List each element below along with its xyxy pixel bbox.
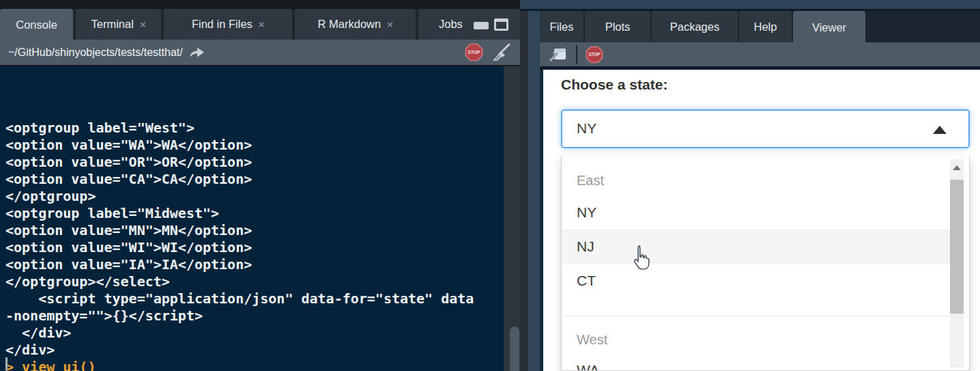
tab-label: Packages: [670, 20, 719, 33]
viewer-pane-tabbar: Files Plots Packages Help Viewer: [540, 11, 980, 42]
console-line: <optgroup label="Midwest">: [5, 205, 504, 222]
right-pane-tab[interactable]: Viewer: [793, 11, 865, 44]
close-icon[interactable]: ×: [387, 18, 393, 30]
tab-label: Find in Files: [192, 18, 253, 31]
state-dropdown: EastNYNJCTWestWA: [561, 156, 970, 371]
select-label: Choose a state:: [561, 77, 667, 93]
optgroup-divider: [562, 316, 950, 316]
console-line: <script type="application/json" data-for…: [5, 290, 504, 307]
dropdown-scrollbar-thumb[interactable]: [950, 180, 964, 314]
dropdown-option-ny[interactable]: NY: [562, 195, 950, 230]
console-line: <option value="WI">WI</option>: [5, 239, 504, 256]
selected-value: NY: [577, 120, 596, 137]
console-toolbar: ~/GitHub/shinyobjects/tests/testthat/ ST…: [0, 40, 520, 66]
svg-text:STOP: STOP: [468, 50, 480, 55]
dropdown-option-wa[interactable]: WA: [562, 353, 950, 371]
viewer-content: Choose a state: NY EastNYNJCTWestWA: [540, 70, 980, 371]
console-line: <option value="WA">WA</option>: [5, 137, 504, 154]
console-line: <option value="OR">OR</option>: [5, 154, 504, 171]
svg-text:STOP: STOP: [588, 52, 601, 57]
console-scrollbar-thumb[interactable]: [510, 327, 519, 371]
clear-console-broom-icon[interactable]: [490, 42, 512, 64]
viewer-pane: Files Plots Packages Help Viewer: [540, 0, 980, 371]
open-in-new-window-icon[interactable]: [547, 46, 568, 64]
console-line: </div>: [5, 325, 504, 342]
tab-label: Terminal: [91, 18, 134, 31]
tab-label: Viewer: [812, 21, 846, 34]
console-line: <option value="MN">MN</option>: [5, 222, 504, 239]
minimize-pane-icon[interactable]: [474, 22, 489, 29]
console-line: <option value="CA">CA</option>: [5, 171, 504, 188]
console-pane: Console Terminal × Find in Files × R Mar…: [0, 0, 520, 371]
goto-directory-arrow-icon[interactable]: [188, 46, 206, 59]
pane-divider-accent: [528, 0, 540, 371]
toolbar-separator: [576, 45, 577, 64]
right-pane-tab[interactable]: Help: [739, 11, 792, 42]
console-output[interactable]: <optgroup label="West"><option value="WA…: [0, 66, 504, 371]
right-pane-tab[interactable]: Plots: [585, 11, 650, 42]
close-icon[interactable]: ×: [140, 18, 146, 30]
tab-label: Help: [754, 20, 777, 33]
console-line: <option value="IA">IA</option>: [5, 256, 504, 273]
optgroup-label: East: [562, 165, 950, 195]
right-pane-top-border: [520, 9, 980, 11]
tab-label: R Markdown: [318, 18, 381, 31]
left-pane-tab[interactable]: Terminal ×: [76, 9, 161, 40]
dropdown-options-list: EastNYNJCTWestWA: [562, 165, 950, 371]
left-pane-tab[interactable]: Find in Files ×: [164, 9, 292, 40]
dropdown-option-nj[interactable]: NJ: [562, 230, 950, 264]
dropdown-scrollbar[interactable]: [950, 159, 964, 368]
state-select-control[interactable]: NY: [561, 109, 970, 148]
console-line: -nonempty="">{}</script>: [5, 307, 504, 325]
console-line: > view_ui(): [5, 359, 504, 371]
scroll-up-button[interactable]: [950, 159, 964, 176]
viewer-toolbar: STOP: [540, 42, 980, 66]
console-line: </div>: [5, 342, 504, 359]
console-caret: [5, 357, 8, 370]
left-pane-tab[interactable]: Console: [0, 9, 73, 41]
dropdown-option-ct[interactable]: CT: [562, 264, 950, 298]
pane-window-controls: [474, 18, 508, 31]
close-icon[interactable]: ×: [259, 18, 265, 30]
scroll-up-arrow-icon: [953, 165, 961, 170]
console-pane-tabbar: Console Terminal × Find in Files × R Mar…: [0, 9, 520, 40]
stop-app-icon[interactable]: STOP: [586, 46, 603, 64]
left-pane-tab[interactable]: R Markdown ×: [295, 9, 416, 40]
pane-divider[interactable]: [520, 0, 528, 371]
window-top-strip-right: [520, 0, 980, 9]
right-pane-tab[interactable]: Files: [540, 11, 583, 42]
tab-label: Plots: [605, 20, 631, 33]
working-directory-path: ~/GitHub/shinyobjects/tests/testthat/: [8, 46, 183, 59]
right-pane-tab[interactable]: Packages: [652, 11, 738, 42]
console-scrollbar-track[interactable]: [504, 66, 520, 371]
window-top-strip-left: [0, 0, 520, 9]
viewer-toolbar-border: [540, 66, 980, 70]
interrupt-stop-icon[interactable]: STOP: [465, 43, 483, 61]
maximize-pane-icon[interactable]: [494, 18, 508, 31]
tab-label: Jobs: [439, 18, 463, 31]
tab-label: Files: [550, 20, 574, 33]
tab-label: Console: [16, 18, 57, 31]
optgroup-label: West: [562, 326, 950, 353]
console-line: </optgroup>: [5, 188, 504, 205]
mouse-hand-cursor: [631, 245, 651, 273]
console-line: </optgroup></select>: [5, 273, 504, 290]
console-line: <optgroup label="West">: [5, 120, 504, 137]
rstudio-window: Console Terminal × Find in Files × R Mar…: [0, 0, 980, 371]
caret-up-icon: [933, 126, 947, 134]
